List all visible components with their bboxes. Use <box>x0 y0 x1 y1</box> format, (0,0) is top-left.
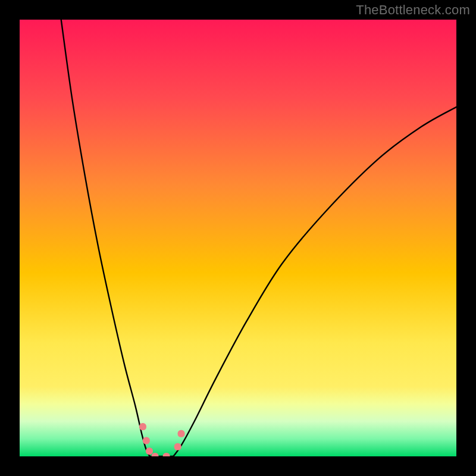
marker-left-top <box>139 423 146 430</box>
watermark-label: TheBottleneck.com <box>356 2 470 18</box>
marker-left-low <box>146 447 153 455</box>
chart-frame: TheBottleneck.com <box>0 0 476 476</box>
marker-right-top <box>178 430 185 437</box>
marker-left-mid <box>143 437 150 444</box>
gradient-background <box>20 20 456 456</box>
marker-right-low <box>174 443 181 450</box>
plot-area <box>20 20 456 456</box>
plot-svg <box>20 20 456 456</box>
